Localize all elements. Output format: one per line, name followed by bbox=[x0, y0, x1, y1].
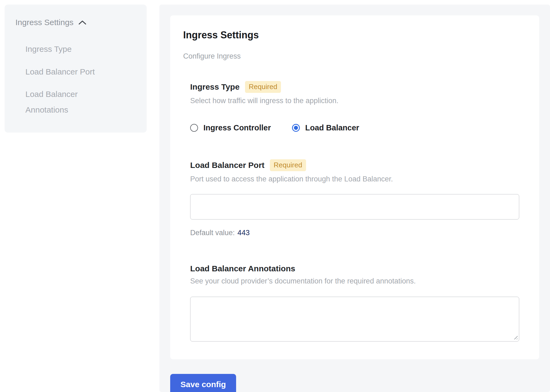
spacer bbox=[190, 237, 519, 264]
sidebar-nav: Ingress Type Load Balancer Port Load Bal… bbox=[15, 41, 136, 117]
load-balancer-port-head: Load Balancer Port Required bbox=[190, 159, 519, 171]
ingress-type-label: Ingress Type bbox=[190, 82, 240, 92]
default-value-row: Default value:443 bbox=[190, 229, 519, 237]
field-load-balancer-port: Load Balancer Port Required Port used to… bbox=[190, 159, 519, 237]
ingress-type-radio-group: Ingress Controller Load Balancer bbox=[190, 123, 519, 132]
chevron-up-icon bbox=[78, 20, 86, 25]
load-balancer-annotations-label: Load Balancer Annotations bbox=[190, 264, 295, 273]
radio-option-ingress-controller[interactable]: Ingress Controller bbox=[190, 123, 271, 132]
default-value: 443 bbox=[237, 229, 250, 237]
required-badge: Required bbox=[270, 159, 306, 171]
page-subtitle: Configure Ingress bbox=[183, 52, 526, 60]
default-value-label: Default value: bbox=[190, 229, 235, 237]
required-badge: Required bbox=[245, 81, 281, 93]
page: Ingress Settings Ingress Type Load Balan… bbox=[0, 0, 550, 392]
radio-label-ingress-controller: Ingress Controller bbox=[203, 123, 271, 132]
sidebar-group-ingress-settings[interactable]: Ingress Settings bbox=[15, 18, 136, 27]
radio-label-load-balancer: Load Balancer bbox=[305, 123, 359, 132]
sidebar-item-load-balancer-annotations[interactable]: Load Balancer Annotations bbox=[25, 86, 117, 117]
spacer bbox=[190, 132, 519, 159]
radio-unselected-icon[interactable] bbox=[190, 124, 198, 132]
load-balancer-annotations-textarea[interactable] bbox=[190, 297, 519, 342]
field-ingress-type: Ingress Type Required Select how traffic… bbox=[190, 81, 519, 132]
save-config-button[interactable]: Save config bbox=[170, 374, 236, 392]
sidebar-item-ingress-type[interactable]: Ingress Type bbox=[25, 41, 117, 57]
load-balancer-port-input[interactable] bbox=[190, 194, 519, 219]
radio-selected-icon[interactable] bbox=[292, 124, 300, 132]
sidebar-item-load-balancer-port[interactable]: Load Balancer Port bbox=[25, 64, 117, 80]
sidebar-group-label: Ingress Settings bbox=[15, 18, 73, 27]
ingress-type-head: Ingress Type Required bbox=[190, 81, 519, 93]
ingress-type-description: Select how traffic will ingress to the a… bbox=[190, 96, 519, 106]
load-balancer-port-description: Port used to access the application thro… bbox=[190, 174, 519, 184]
fields: Ingress Type Required Select how traffic… bbox=[183, 81, 526, 342]
load-balancer-port-label: Load Balancer Port bbox=[190, 161, 264, 170]
field-load-balancer-annotations: Load Balancer Annotations See your cloud… bbox=[190, 264, 519, 342]
page-title: Ingress Settings bbox=[183, 29, 526, 41]
textarea-wrap bbox=[190, 297, 519, 342]
sidebar: Ingress Settings Ingress Type Load Balan… bbox=[5, 5, 147, 133]
ingress-settings-card: Ingress Settings Configure Ingress Ingre… bbox=[170, 15, 539, 359]
radio-option-load-balancer[interactable]: Load Balancer bbox=[292, 123, 359, 132]
main-panel: Ingress Settings Configure Ingress Ingre… bbox=[159, 5, 550, 392]
load-balancer-annotations-description: See your cloud provider’s documentation … bbox=[190, 276, 519, 286]
load-balancer-annotations-head: Load Balancer Annotations bbox=[190, 264, 519, 273]
